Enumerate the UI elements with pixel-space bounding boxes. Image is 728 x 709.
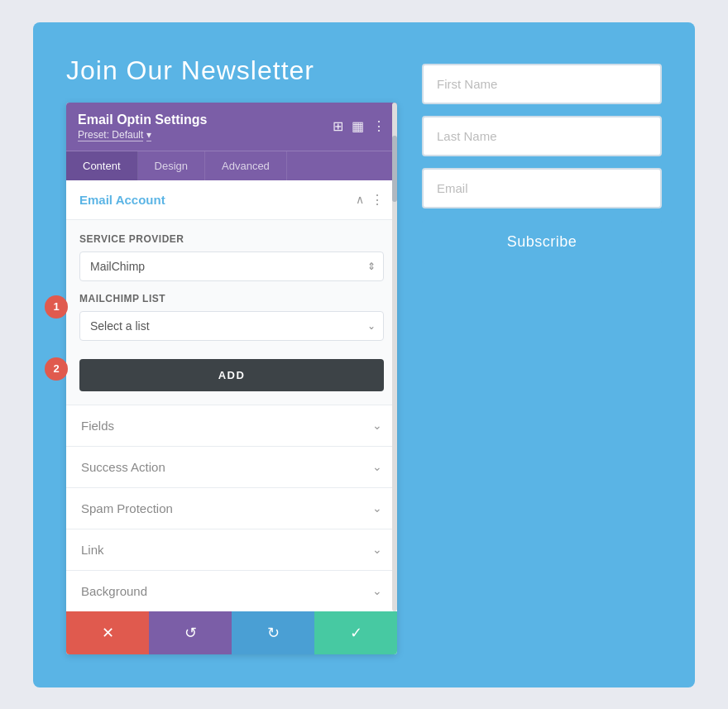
first-name-input[interactable] bbox=[422, 64, 662, 104]
undo-button[interactable]: ↺ bbox=[149, 611, 232, 654]
mailchimp-list-label: MailChimp List bbox=[79, 293, 384, 304]
settings-title: Email Optin Settings bbox=[78, 113, 207, 127]
main-container: 1 2 Join Our Newsletter Email Optin Sett… bbox=[33, 22, 695, 687]
spam-protection-header[interactable]: Spam Protection ⌄ bbox=[66, 488, 397, 529]
scroll-track[interactable] bbox=[392, 103, 397, 611]
grid-icon[interactable]: ▦ bbox=[352, 118, 364, 134]
email-account-content: Service Provider MailChimp AWeber Campai… bbox=[66, 220, 397, 405]
link-header[interactable]: Link ⌄ bbox=[66, 529, 397, 570]
background-section: Background ⌄ bbox=[66, 570, 397, 611]
tabs: Content Design Advanced bbox=[66, 151, 397, 180]
left-panel: Join Our Newsletter Email Optin Settings… bbox=[66, 55, 397, 654]
link-title: Link bbox=[81, 543, 104, 557]
header-icons: ⊞ ▦ ⋮ bbox=[333, 118, 386, 134]
scroll-thumb bbox=[392, 136, 397, 202]
section-icons: ∧ ⋮ bbox=[356, 192, 384, 208]
step-badge-2: 2 bbox=[45, 357, 68, 381]
background-chevron-icon: ⌄ bbox=[372, 584, 382, 597]
spam-protection-title: Spam Protection bbox=[81, 501, 173, 515]
cancel-button[interactable]: ✕ bbox=[66, 611, 149, 654]
dots-icon[interactable]: ⋮ bbox=[371, 192, 384, 208]
background-title: Background bbox=[81, 584, 147, 598]
step-badge-1: 1 bbox=[45, 295, 68, 319]
email-input[interactable] bbox=[422, 168, 662, 208]
more-icon[interactable]: ⋮ bbox=[372, 118, 386, 134]
tab-content[interactable]: Content bbox=[66, 151, 138, 180]
email-account-section-header[interactable]: Email Account ∧ ⋮ bbox=[66, 180, 397, 220]
mailchimp-list-wrapper: Select a list ⌄ bbox=[79, 311, 384, 341]
success-action-title: Success Action bbox=[81, 460, 165, 474]
last-name-input[interactable] bbox=[422, 116, 662, 156]
email-account-title: Email Account bbox=[79, 193, 165, 207]
newsletter-title: Join Our Newsletter bbox=[66, 55, 397, 86]
service-provider-wrapper: MailChimp AWeber Campaign Monitor ⇕ bbox=[79, 252, 384, 281]
success-action-chevron-icon: ⌄ bbox=[372, 460, 382, 473]
service-provider-label: Service Provider bbox=[79, 233, 384, 245]
subscribe-button[interactable]: Subscribe bbox=[422, 220, 662, 264]
service-provider-select[interactable]: MailChimp AWeber Campaign Monitor bbox=[79, 252, 384, 281]
success-action-section: Success Action ⌄ bbox=[66, 446, 397, 487]
link-section: Link ⌄ bbox=[66, 529, 397, 570]
right-panel: Subscribe bbox=[422, 55, 662, 654]
settings-body: Email Account ∧ ⋮ Service Provider MailC… bbox=[66, 180, 397, 611]
success-action-header[interactable]: Success Action ⌄ bbox=[66, 447, 397, 487]
tab-design[interactable]: Design bbox=[138, 151, 205, 180]
redo-button[interactable]: ↻ bbox=[232, 611, 314, 654]
mailchimp-list-select[interactable]: Select a list bbox=[79, 311, 384, 341]
confirm-button[interactable]: ✓ bbox=[314, 611, 397, 654]
spam-protection-chevron-icon: ⌄ bbox=[372, 501, 382, 515]
settings-panel: Email Optin Settings Preset: Default ▾ ⊞… bbox=[66, 103, 397, 654]
chevron-up-icon: ∧ bbox=[356, 193, 364, 206]
bottom-bar: ✕ ↺ ↻ ✓ bbox=[66, 611, 397, 654]
spam-protection-section: Spam Protection ⌄ bbox=[66, 487, 397, 529]
tab-advanced[interactable]: Advanced bbox=[205, 151, 287, 180]
settings-header: Email Optin Settings Preset: Default ▾ ⊞… bbox=[66, 103, 397, 151]
fields-header[interactable]: Fields ⌄ bbox=[66, 405, 397, 446]
fields-chevron-icon: ⌄ bbox=[372, 419, 382, 432]
expand-icon[interactable]: ⊞ bbox=[333, 118, 343, 134]
settings-title-block: Email Optin Settings Preset: Default ▾ bbox=[78, 113, 207, 141]
link-chevron-icon: ⌄ bbox=[372, 543, 382, 556]
settings-preset: Preset: Default ▾ bbox=[78, 129, 207, 141]
add-button[interactable]: ADD bbox=[79, 359, 384, 391]
background-header[interactable]: Background ⌄ bbox=[66, 571, 397, 611]
fields-title: Fields bbox=[81, 419, 114, 433]
fields-section: Fields ⌄ bbox=[66, 405, 397, 446]
